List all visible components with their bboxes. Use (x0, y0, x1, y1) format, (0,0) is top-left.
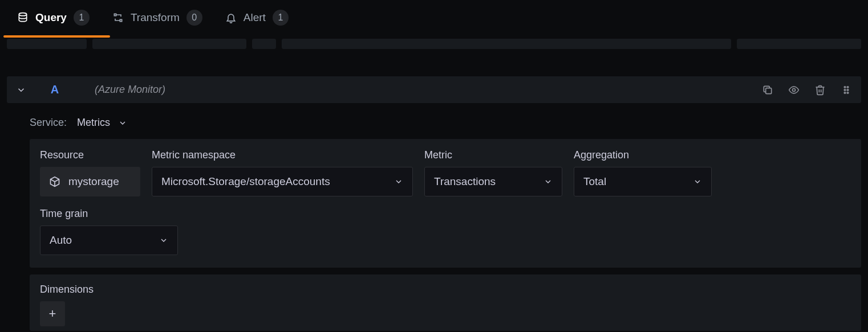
bell-icon (225, 12, 237, 23)
eye-icon[interactable] (788, 84, 800, 96)
service-row: Service: Metrics (0, 103, 868, 129)
transform-icon (112, 12, 124, 23)
query-row-header: A (Azure Monitor) (7, 76, 861, 103)
add-dimension-button[interactable]: + (40, 301, 65, 326)
chevron-down-icon (543, 177, 553, 186)
svg-point-7 (844, 92, 846, 93)
aggregation-select[interactable]: Total (574, 167, 712, 196)
svg-point-8 (847, 92, 849, 93)
editor-tabs: Query 1 Transform 0 Alert 1 (0, 0, 868, 39)
query-datasource-label: (Azure Monitor) (95, 84, 165, 96)
service-select[interactable]: Metrics (77, 117, 127, 129)
chevron-down-icon (118, 118, 127, 128)
chevron-down-icon (693, 177, 702, 186)
metric-select[interactable]: Transactions (424, 167, 562, 196)
metric-namespace-value: Microsoft.Storage/storageAccounts (161, 175, 387, 188)
tab-query[interactable]: Query 1 (17, 10, 90, 36)
tab-transform-badge: 0 (186, 10, 202, 26)
trash-icon[interactable] (814, 84, 826, 96)
time-grain-label: Time grain (40, 208, 178, 220)
service-label: Service: (30, 117, 67, 129)
resource-label: Resource (40, 149, 140, 161)
time-grain-value: Auto (50, 234, 152, 247)
resource-picker[interactable]: mystorage (40, 167, 140, 196)
metric-value: Transactions (434, 175, 537, 188)
metric-namespace-select[interactable]: Microsoft.Storage/storageAccounts (152, 167, 413, 196)
tab-transform-label: Transform (131, 11, 180, 24)
tab-alert-badge: 1 (273, 10, 289, 26)
tab-alert[interactable]: Alert 1 (225, 10, 289, 36)
svg-point-6 (847, 89, 849, 91)
tab-alert-label: Alert (244, 11, 266, 24)
tab-transform[interactable]: Transform 0 (112, 10, 202, 36)
chevron-down-icon (159, 236, 168, 245)
time-grain-select[interactable]: Auto (40, 226, 178, 255)
aggregation-label: Aggregation (574, 149, 712, 161)
svg-point-3 (844, 86, 846, 88)
tab-query-badge: 1 (74, 10, 90, 26)
query-ref-id[interactable]: A (49, 83, 60, 96)
svg-point-0 (19, 13, 26, 16)
resource-value: mystorage (68, 175, 119, 188)
svg-rect-1 (766, 88, 772, 93)
cube-icon (49, 176, 60, 187)
metrics-form-panel: Resource mystorage Metric namespace Micr… (30, 139, 861, 268)
svg-point-2 (793, 88, 796, 91)
metric-label: Metric (424, 149, 562, 161)
plus-icon: + (49, 306, 56, 321)
query-row-actions (762, 84, 852, 96)
metric-namespace-label: Metric namespace (152, 149, 413, 161)
svg-point-5 (844, 89, 846, 91)
duplicate-icon[interactable] (762, 84, 773, 96)
dimensions-panel: Dimensions + (30, 274, 861, 331)
aggregation-value: Total (583, 175, 686, 188)
svg-point-4 (847, 86, 849, 88)
collapse-toggle[interactable] (16, 85, 26, 95)
service-value: Metrics (77, 117, 110, 129)
drag-handle-icon[interactable] (841, 84, 852, 96)
dimensions-label: Dimensions (40, 284, 94, 295)
tab-query-label: Query (35, 11, 67, 24)
chevron-down-icon (394, 177, 403, 186)
collapsed-toolbar-remnant (7, 39, 861, 49)
database-icon (17, 12, 29, 23)
